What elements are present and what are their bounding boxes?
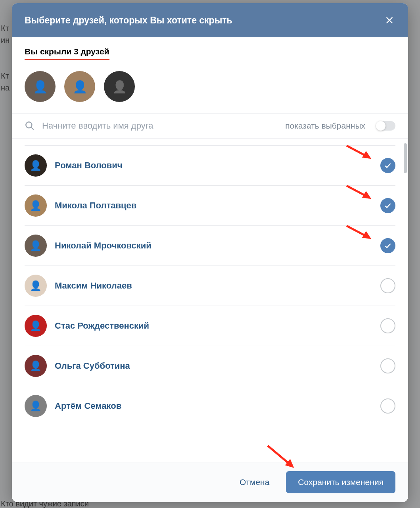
friend-name: Микола Полтавцев [55,200,380,211]
select-checkbox[interactable] [380,318,395,333]
friend-row[interactable]: 👤Роман Волович [25,146,395,186]
hidden-avatars-row: 👤 👤 👤 [25,71,395,102]
annotation-arrow [345,183,376,202]
annotation-arrow [345,142,376,162]
friend-row[interactable]: 👤Ольга Субботина [25,346,395,386]
select-checkbox[interactable] [380,358,395,373]
select-checkbox[interactable] [380,158,395,173]
modal-footer: Отмена Сохранить изменения [12,462,408,502]
friend-name: Николай Мрочковский [55,241,380,251]
save-button[interactable]: Сохранить изменения [286,471,395,493]
close-icon [385,16,394,25]
svg-point-2 [26,122,32,128]
friend-row[interactable]: 👤Артём Семаков [25,386,395,426]
hidden-avatar[interactable]: 👤 [64,71,95,102]
toggle-knob [376,121,385,131]
search-row: показать выбранных [12,114,408,139]
svg-line-8 [347,226,369,238]
cancel-button[interactable]: Отмена [230,471,279,493]
hide-friends-modal: Выберите друзей, которых Вы хотите скрыт… [12,3,408,502]
friend-row[interactable]: 👤Николай Мрочковский [25,226,395,266]
select-checkbox[interactable] [380,398,395,414]
friend-avatar: 👤 [25,235,47,257]
search-icon [25,121,35,131]
hidden-avatar[interactable]: 👤 [104,71,135,102]
friend-row[interactable] [25,139,395,146]
close-button[interactable] [384,14,395,26]
select-checkbox[interactable] [380,198,395,213]
svg-marker-7 [364,193,369,198]
friend-name: Стас Рождественский [55,321,380,331]
friend-search-input[interactable] [42,121,278,131]
modal-header: Выберите друзей, которых Вы хотите скрыт… [12,3,408,37]
friend-name: Ольга Субботина [55,361,380,371]
hidden-count-label: Вы скрыли 3 друзей [25,47,109,60]
hidden-friends-summary: Вы скрыли 3 друзей 👤 👤 👤 [12,37,408,114]
friends-list[interactable]: 👤Роман Волович👤Микола Полтавцев👤Николай … [12,139,408,462]
svg-marker-9 [364,233,369,238]
friend-name: Артём Семаков [55,401,380,411]
svg-line-3 [31,127,34,130]
friend-avatar: 👤 [25,395,47,417]
select-checkbox[interactable] [380,278,395,293]
friend-avatar: 👤 [25,275,47,297]
svg-line-4 [347,146,369,158]
show-selected-toggle[interactable] [376,121,395,131]
friend-name: Максим Николаев [55,281,380,291]
hidden-avatar[interactable]: 👤 [25,71,56,102]
friend-avatar: 👤 [25,315,47,337]
svg-line-6 [347,186,369,198]
friend-name: Роман Волович [55,160,380,171]
scrollbar-thumb[interactable] [404,143,407,173]
friend-row[interactable]: 👤Микола Полтавцев [25,186,395,226]
show-selected-label: показать выбранных [285,121,365,131]
select-checkbox[interactable] [380,238,395,253]
svg-marker-5 [364,153,369,158]
svg-marker-11 [287,461,292,466]
friend-avatar: 👤 [25,194,47,217]
modal-title: Выберите друзей, которых Вы хотите скрыт… [25,15,232,26]
friend-row[interactable]: 👤Стас Рождественский [25,306,395,346]
friend-row[interactable]: 👤Максим Николаев [25,266,395,306]
friend-avatar: 👤 [25,355,47,377]
friend-avatar: 👤 [25,154,47,177]
annotation-arrow [345,223,376,242]
